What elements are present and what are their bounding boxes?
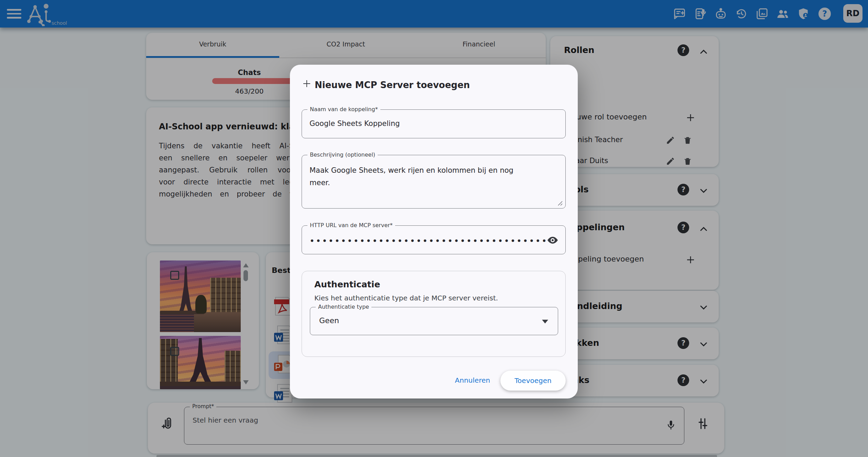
- dropdown-caret-icon: [542, 320, 548, 323]
- app-root: school: [0, 0, 868, 457]
- url-field-label: HTTP URL van de MCP server*: [307, 222, 395, 228]
- authentication-section: Authenticatie Kies het authenticatie typ…: [302, 271, 566, 357]
- cancel-button[interactable]: Annuleren: [451, 373, 494, 387]
- name-field-label: Naam van de koppeling*: [307, 106, 380, 113]
- authentication-title: Authenticatie: [314, 279, 380, 289]
- auth-type-value: Geen: [319, 316, 339, 325]
- auth-type-select[interactable]: Authenticatie type Geen: [310, 307, 558, 335]
- plus-icon: [302, 78, 312, 89]
- resize-handle-icon[interactable]: [558, 201, 563, 205]
- dialog-title: Nieuwe MCP Server toevoegen: [315, 80, 470, 90]
- description-field-label: Beschrijving (optioneel): [307, 151, 378, 158]
- name-field-value: Google Sheets Koppeling: [310, 119, 400, 128]
- auth-type-label: Authenticatie type: [316, 304, 371, 310]
- description-field[interactable]: Beschrijving (optioneel) Maak Google She…: [302, 155, 566, 209]
- description-field-value: Maak Google Sheets, werk rijen en kolomm…: [310, 164, 531, 189]
- url-field-masked-value: ••••••••••••••••••••••••••••••••••••••••…: [310, 236, 547, 246]
- submit-button[interactable]: Toevoegen: [500, 371, 566, 391]
- name-field[interactable]: Naam van de koppeling* Google Sheets Kop…: [302, 109, 566, 138]
- show-password-eye-icon[interactable]: [547, 234, 558, 246]
- add-mcp-server-dialog: Nieuwe MCP Server toevoegen Naam van de …: [290, 65, 578, 398]
- authentication-subtitle: Kies het authenticatie type dat je MCP s…: [314, 294, 498, 302]
- url-field[interactable]: HTTP URL van de MCP server* ••••••••••••…: [302, 225, 566, 254]
